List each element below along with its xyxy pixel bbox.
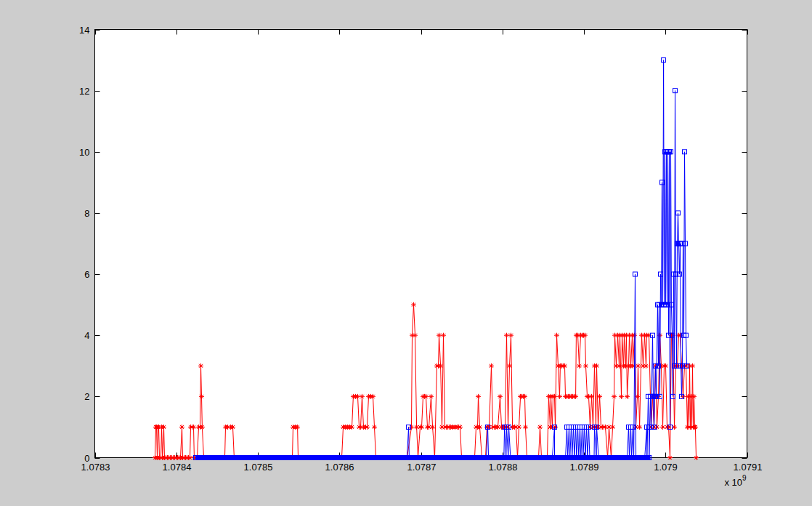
y-tick-label: 14 <box>79 25 89 36</box>
asterisk-marker <box>477 425 482 430</box>
asterisk-marker <box>690 364 695 369</box>
asterisk-marker <box>522 394 527 399</box>
x-tick-label: 1.079 <box>654 462 678 473</box>
x-tick-label: 1.0786 <box>325 462 354 473</box>
asterisk-marker <box>597 394 602 399</box>
asterisk-marker <box>370 394 375 399</box>
y-tick-label: 6 <box>84 269 89 280</box>
asterisk-marker <box>636 364 641 369</box>
asterisk-marker <box>498 394 503 399</box>
asterisk-marker <box>654 425 659 430</box>
asterisk-marker <box>577 364 582 369</box>
asterisk-marker <box>191 425 196 430</box>
asterisk-marker <box>516 425 521 430</box>
asterisk-marker <box>693 425 698 430</box>
asterisk-marker <box>667 455 673 460</box>
asterisk-marker <box>637 425 642 430</box>
asterisk-marker <box>507 364 512 369</box>
asterisk-marker <box>476 394 481 399</box>
asterisk-marker <box>610 425 615 430</box>
asterisk-marker <box>552 394 557 399</box>
x-tick-label: 1.0791 <box>734 462 763 473</box>
asterisk-marker <box>612 394 617 399</box>
asterisk-marker <box>161 425 166 430</box>
asterisk-marker <box>537 425 543 430</box>
asterisk-marker <box>411 302 416 308</box>
x-tick-label: 1.0789 <box>570 462 599 473</box>
asterisk-marker <box>557 394 562 399</box>
asterisk-marker <box>589 394 594 399</box>
y-tick-label: 4 <box>84 330 89 341</box>
asterisk-marker <box>694 455 699 460</box>
asterisk-marker <box>573 394 578 399</box>
asterisk-marker <box>419 425 424 430</box>
asterisk-marker <box>594 364 599 369</box>
asterisk-marker <box>504 333 509 338</box>
asterisk-marker <box>413 333 418 338</box>
asterisk-marker <box>349 425 354 430</box>
asterisk-marker <box>430 425 435 430</box>
asterisk-marker <box>489 364 494 369</box>
asterisk-marker <box>617 364 622 369</box>
chart-canvas: 1.07831.07841.07851.07861.07871.07881.07… <box>0 0 812 506</box>
asterisk-marker <box>458 425 463 430</box>
y-tick-label: 12 <box>79 86 89 97</box>
y-tick-label: 8 <box>84 208 89 219</box>
asterisk-marker <box>554 333 559 338</box>
x-axis-exponent-label: x 109 <box>725 474 747 488</box>
asterisk-marker <box>508 333 513 338</box>
asterisk-marker <box>438 364 443 369</box>
asterisk-marker <box>582 333 588 338</box>
figure-window: 1.07831.07841.07851.07861.07871.07881.07… <box>0 0 812 506</box>
asterisk-marker <box>691 394 697 399</box>
x-tick-label: 1.0785 <box>244 462 273 473</box>
asterisk-marker <box>360 394 365 399</box>
asterisk-marker <box>429 394 434 399</box>
asterisk-marker <box>295 425 300 430</box>
asterisk-marker <box>583 364 588 369</box>
y-tick-label: 0 <box>84 453 89 464</box>
plot-area <box>95 30 747 458</box>
x-tick-label: 1.0787 <box>407 462 437 473</box>
asterisk-marker <box>643 364 649 369</box>
asterisk-marker <box>625 394 630 399</box>
asterisk-marker <box>619 394 624 399</box>
asterisk-marker <box>441 333 446 338</box>
asterisk-marker <box>200 425 205 430</box>
x-tick-label: 1.0788 <box>489 462 518 473</box>
asterisk-marker <box>230 425 235 430</box>
asterisk-marker <box>523 425 528 430</box>
asterisk-marker <box>365 425 370 430</box>
asterisk-marker <box>663 364 668 369</box>
asterisk-marker <box>372 425 377 430</box>
asterisk-marker <box>199 394 204 399</box>
y-tick-label: 10 <box>79 147 89 158</box>
asterisk-marker <box>409 425 414 430</box>
asterisk-marker <box>179 425 184 430</box>
x-tick-label: 1.0784 <box>163 462 192 473</box>
y-tick-label: 2 <box>84 391 89 402</box>
asterisk-marker <box>423 394 429 399</box>
asterisk-marker <box>562 364 567 369</box>
asterisk-marker <box>198 364 203 369</box>
